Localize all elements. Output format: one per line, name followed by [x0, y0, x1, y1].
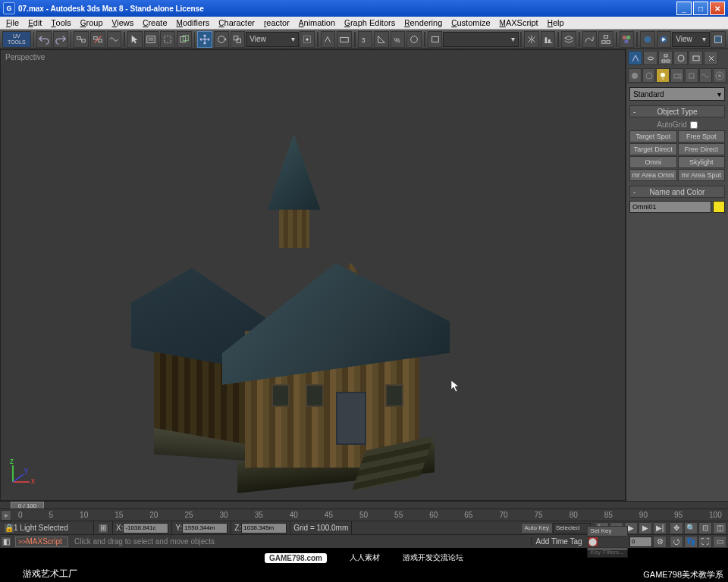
- spinner-snap-button[interactable]: [406, 31, 422, 48]
- objtype-mr-area-spot[interactable]: mr Area Spot: [678, 169, 726, 181]
- nav-pan-button[interactable]: ✥: [670, 522, 683, 534]
- goto-end-button[interactable]: ▶|: [653, 522, 667, 534]
- align-button[interactable]: [541, 31, 556, 48]
- menu-file[interactable]: File: [3, 18, 22, 27]
- render-last-button[interactable]: [711, 31, 726, 48]
- motion-tab[interactable]: [673, 51, 688, 65]
- select-scale-button[interactable]: [231, 31, 246, 48]
- menu-edit[interactable]: Edit: [25, 18, 45, 27]
- menu-modifiers[interactable]: Modifiers: [174, 18, 213, 27]
- menu-graph editors[interactable]: Graph Editors: [341, 18, 398, 27]
- render-type-dropdown[interactable]: View▾: [672, 32, 710, 47]
- object-color-swatch[interactable]: [713, 201, 725, 213]
- helpers-subtab[interactable]: [685, 68, 698, 83]
- lights-subtab[interactable]: [656, 68, 670, 83]
- select-move-button[interactable]: [197, 31, 212, 48]
- angle-snap-button[interactable]: [374, 31, 389, 48]
- objtype-target-spot[interactable]: Target Spot: [629, 130, 677, 142]
- bind-space-warp-button[interactable]: [107, 31, 122, 48]
- hierarchy-tab[interactable]: [658, 51, 673, 65]
- pivot-button[interactable]: [300, 31, 315, 48]
- time-config-button[interactable]: ⚙: [653, 536, 667, 548]
- objtype-free-spot[interactable]: Free Spot: [678, 130, 726, 142]
- nav-fov-button[interactable]: ◫: [713, 522, 726, 534]
- name-color-rollout[interactable]: -Name and Color: [629, 186, 725, 198]
- objtype-omni[interactable]: Omni: [629, 156, 677, 168]
- minimize-button[interactable]: _: [676, 2, 692, 15]
- nav-zoom-button[interactable]: 🔍: [684, 522, 698, 534]
- select-button[interactable]: [127, 31, 143, 48]
- material-editor-button[interactable]: [620, 31, 635, 48]
- create-tab[interactable]: [628, 51, 642, 65]
- object-name-input[interactable]: Omni01: [629, 201, 711, 213]
- maxscript-mini-button[interactable]: ◧: [1, 537, 11, 547]
- schematic-view-button[interactable]: [598, 31, 613, 48]
- nav-region-button[interactable]: ▭: [713, 536, 726, 548]
- menu-views[interactable]: Views: [109, 18, 137, 27]
- maxscript-listener-button[interactable]: >> MAXScript: [15, 537, 68, 547]
- menu-tools[interactable]: Tools: [48, 18, 74, 27]
- perspective-viewport[interactable]: Perspective z x y: [0, 49, 626, 501]
- modify-tab[interactable]: [643, 51, 657, 65]
- menu-group[interactable]: Group: [77, 18, 106, 27]
- menu-character[interactable]: Character: [215, 18, 258, 27]
- keymode-dropdown[interactable]: Selected: [553, 523, 591, 534]
- menu-rendering[interactable]: Rendering: [401, 18, 445, 27]
- transform-type-in-button[interactable]: ⊞: [98, 523, 108, 534]
- snap-toggle-button[interactable]: 3: [358, 31, 373, 48]
- setkey-button[interactable]: Set Key: [587, 526, 628, 537]
- select-region-button[interactable]: [160, 31, 175, 48]
- uv-tools-button[interactable]: UVTOOLS: [2, 31, 31, 48]
- named-selection-button[interactable]: [428, 31, 443, 48]
- y-coord-input[interactable]: 1550.344m: [182, 523, 228, 534]
- time-tag[interactable]: Add Time Tag: [531, 537, 587, 546]
- keyboard-shortcut-button[interactable]: [337, 31, 352, 48]
- nav-walk-button[interactable]: 👣: [684, 536, 698, 548]
- nav-maximize-button[interactable]: ⛶: [698, 536, 712, 548]
- quick-render-button[interactable]: [657, 31, 672, 48]
- unlink-button[interactable]: [90, 31, 105, 48]
- named-selection-dropdown[interactable]: ▾: [443, 32, 519, 47]
- autogrid-checkbox[interactable]: [690, 121, 698, 129]
- autokey-button[interactable]: Auto Key: [521, 523, 553, 534]
- undo-button[interactable]: [36, 31, 52, 48]
- display-tab[interactable]: [689, 51, 703, 65]
- nav-zoom-all-button[interactable]: ⊡: [698, 522, 712, 534]
- manipulate-button[interactable]: [321, 31, 336, 48]
- utilities-tab[interactable]: [704, 51, 718, 65]
- close-button[interactable]: ✕: [710, 2, 725, 15]
- systems-subtab[interactable]: [713, 68, 726, 83]
- menu-reactor[interactable]: reactor: [261, 18, 293, 27]
- category-dropdown[interactable]: Standard▾: [629, 87, 725, 101]
- objtype-free-direct[interactable]: Free Direct: [678, 143, 726, 155]
- current-frame-input[interactable]: 0: [629, 537, 652, 547]
- window-crossing-button[interactable]: [177, 31, 192, 48]
- maximize-button[interactable]: □: [693, 2, 708, 15]
- mirror-button[interactable]: [524, 31, 539, 48]
- x-coord-input[interactable]: -1038.841c: [123, 523, 168, 534]
- layers-button[interactable]: [561, 31, 576, 48]
- spacewarps-subtab[interactable]: [699, 68, 713, 83]
- objtype-skylight[interactable]: Skylight: [678, 156, 726, 168]
- trackbar-toggle-button[interactable]: ▸: [1, 510, 11, 521]
- track-bar[interactable]: ▸ 05101520253035404550556065707580859095…: [0, 508, 728, 521]
- cameras-subtab[interactable]: [670, 68, 684, 83]
- menu-create[interactable]: Create: [140, 18, 170, 27]
- select-by-name-button[interactable]: [144, 31, 159, 48]
- redo-button[interactable]: [53, 31, 68, 48]
- object-type-rollout[interactable]: -Object Type: [629, 105, 725, 117]
- menu-help[interactable]: Help: [544, 18, 567, 27]
- shapes-subtab[interactable]: [642, 68, 656, 83]
- time-slider[interactable]: 0 / 100: [0, 501, 728, 508]
- menu-maxscript[interactable]: MAXScript: [497, 18, 541, 27]
- percent-snap-button[interactable]: %: [391, 31, 406, 48]
- ref-coord-dropdown[interactable]: View▾: [246, 32, 299, 47]
- objtype-target-direct[interactable]: Target Direct: [629, 143, 677, 155]
- key-big-button[interactable]: ⬤: [588, 537, 598, 547]
- menu-customize[interactable]: Customize: [448, 18, 493, 27]
- render-scene-button[interactable]: [640, 31, 655, 48]
- z-coord-input[interactable]: 1038.345m: [241, 523, 287, 534]
- next-frame-button[interactable]: ▶: [639, 522, 652, 534]
- objtype-mr-area-omni[interactable]: mr Area Omni: [629, 169, 677, 181]
- menu-animation[interactable]: Animation: [296, 18, 338, 27]
